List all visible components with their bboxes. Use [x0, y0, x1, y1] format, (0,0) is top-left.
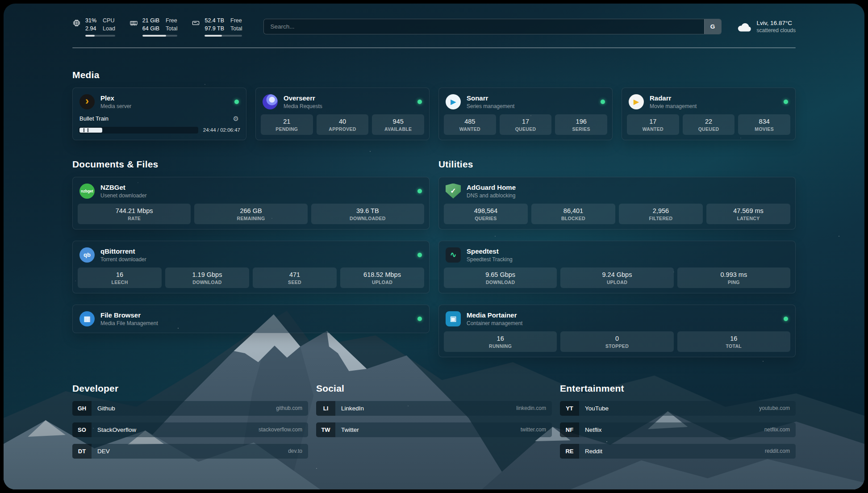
service-card-qbittorrent[interactable]: qb qBittorrent Torrent downloader 16 LEE… — [72, 241, 430, 293]
bookmark-reddit[interactable]: RE Reddit reddit.com — [560, 444, 796, 459]
bookmark-netflix[interactable]: NF Netflix netflix.com — [560, 422, 796, 437]
service-name: Radarr — [650, 94, 697, 102]
stat-value: 471 — [255, 271, 335, 278]
service-name: Speedtest — [467, 247, 513, 255]
gear-icon[interactable]: ⚙ — [233, 115, 239, 123]
disk-progress-bar — [204, 35, 242, 37]
search-bar: G — [263, 19, 721, 34]
service-description: Series management — [467, 103, 514, 109]
service-name: File Browser — [100, 311, 158, 319]
bookmark-name: Netflix — [585, 426, 602, 433]
service-name: Sonarr — [467, 94, 514, 102]
service-card-nzbget[interactable]: nzbget NZBGet Usenet downloader 744.21 M… — [72, 177, 430, 230]
cpu-load-value: 2.94 — [85, 25, 96, 33]
service-stats: 21 PENDING 40 APPROVED 945 AVAILABLE — [261, 114, 424, 135]
service-name: Overseerr — [284, 94, 322, 102]
stat-upload: 9.24 Gbps UPLOAD — [560, 267, 673, 288]
stat-label: RUNNING — [446, 343, 555, 349]
status-dot — [417, 253, 422, 257]
service-card-plex[interactable]: › Plex Media server Bullet Train ⚙ — [72, 88, 246, 140]
memory-total-value: 64 GiB — [142, 25, 159, 33]
bookmark-stackoverflow[interactable]: SO StackOverflow stackoverflow.com — [72, 422, 308, 437]
search-input[interactable] — [264, 19, 704, 34]
service-header: ✓ AdGuard Home DNS and adblocking — [444, 182, 790, 204]
service-name: Plex — [100, 94, 131, 102]
bookmark-name: Reddit — [585, 448, 602, 455]
stat-label: DOWNLOADED — [313, 216, 422, 221]
bookmark-github[interactable]: GH Github github.com — [72, 401, 308, 416]
stat-value: 9.65 Gbps — [446, 271, 555, 278]
service-stats: 498,564 QUERIES 86,401 BLOCKED 2,956 FIL… — [444, 204, 790, 224]
stat-label: LATENCY — [708, 216, 789, 221]
stat-pending: 21 PENDING — [261, 114, 313, 135]
sonarr-icon: ▶ — [446, 94, 461, 109]
memory-free-label: Free — [166, 17, 177, 25]
service-description: Container management — [467, 320, 522, 326]
stat-queries: 498,564 QUERIES — [444, 204, 528, 224]
stat-value: 47.569 ms — [708, 207, 789, 214]
service-card-radarr[interactable]: ▶ Radarr Movie management 17 WANTED — [622, 88, 796, 140]
service-header: ▦ File Browser Media File Management — [78, 310, 424, 328]
service-card-speedtest[interactable]: ∿ Speedtest Speedtest Tracking 9.65 Gbps… — [438, 241, 796, 293]
stat-downloaded: 39.6 TB DOWNLOADED — [311, 204, 424, 224]
bookmark-abbr: LI — [316, 401, 335, 416]
stat-value: 945 — [374, 118, 422, 125]
bookmark-domain: github.com — [276, 405, 302, 411]
service-name: qBittorrent — [100, 247, 146, 255]
bookmark-abbr: NF — [560, 422, 579, 437]
stat-label: SERIES — [557, 126, 605, 132]
disk-total-value: 97.9 TB — [204, 25, 224, 33]
stat-label: QUERIES — [446, 216, 526, 221]
bookmark-domain: stackoverflow.com — [259, 426, 302, 433]
bookmark-youtube[interactable]: YT YouTube youtube.com — [560, 401, 796, 416]
stat-value: 834 — [740, 118, 789, 125]
stat-value: 485 — [446, 118, 494, 125]
search-provider-button[interactable]: G — [704, 19, 721, 34]
stat-value: 21 — [263, 118, 311, 125]
stat-label: BLOCKED — [533, 216, 613, 221]
weather-condition: scattered clouds — [757, 27, 796, 33]
stat-label: UPLOAD — [342, 280, 422, 285]
bookmark-twitter[interactable]: TW Twitter twitter.com — [316, 422, 552, 437]
stat-value: 498,564 — [446, 207, 526, 214]
stat-value: 744.21 Mbps — [79, 207, 189, 214]
stat-available: 945 AVAILABLE — [372, 114, 424, 135]
speedtest-icon: ∿ — [446, 247, 461, 263]
service-card-adguard[interactable]: ✓ AdGuard Home DNS and adblocking 498,56… — [438, 177, 796, 230]
adguard-shield-icon: ✓ — [446, 184, 461, 199]
cpu-icon — [72, 19, 81, 27]
section-title-documents: Documents & Files — [72, 159, 430, 170]
info-bar: 31% 2.94 CPU Load — [72, 17, 796, 37]
middle-columns: Documents & Files nzbget NZBGet Usenet d… — [72, 159, 796, 357]
service-card-sonarr[interactable]: ▶ Sonarr Series management 485 WANTED — [438, 88, 613, 140]
bookmark-dev[interactable]: DT DEV dev.to — [72, 444, 308, 459]
bookmark-linkedin[interactable]: LI LinkedIn linkedin.com — [316, 401, 552, 416]
stat-total: 16 TOTAL — [677, 331, 790, 352]
playback-progress-track[interactable] — [79, 127, 198, 134]
service-header: ▶ Radarr Movie management — [627, 93, 790, 114]
status-dot — [417, 100, 422, 104]
utilities-stack: ✓ AdGuard Home DNS and adblocking 498,56… — [438, 177, 796, 357]
stat-queued: 22 QUEUED — [683, 114, 735, 135]
service-card-filebrowser[interactable]: ▦ File Browser Media File Management — [72, 305, 430, 333]
service-card-overseerr[interactable]: Overseerr Media Requests 21 PENDING 40 A… — [255, 88, 430, 140]
service-description: DNS and adblocking — [467, 192, 516, 199]
resource-widget-cpu: 31% 2.94 CPU Load — [72, 17, 115, 37]
service-header: qb qBittorrent Torrent downloader — [78, 246, 424, 267]
service-name: AdGuard Home — [467, 184, 516, 192]
bookmark-abbr: YT — [560, 401, 579, 416]
stat-rate: 744.21 Mbps RATE — [78, 204, 191, 224]
service-stats: 16 LEECH 1.19 Gbps DOWNLOAD 471 SEED — [78, 267, 424, 288]
stat-seed: 471 SEED — [253, 267, 337, 288]
pause-icon[interactable] — [79, 128, 102, 133]
stat-blocked: 86,401 BLOCKED — [531, 204, 615, 224]
qbittorrent-icon: qb — [79, 247, 95, 263]
memory-total-label: Total — [166, 25, 177, 33]
service-titles: File Browser Media File Management — [100, 311, 158, 326]
section-developer: Developer GH Github github.com SO StackO… — [72, 383, 308, 459]
service-card-portainer[interactable]: ▣ Media Portainer Container management 1… — [438, 305, 796, 357]
service-titles: Media Portainer Container management — [467, 311, 522, 326]
section-title-entertainment: Entertainment — [560, 383, 796, 394]
stat-value: 9.24 Gbps — [562, 271, 672, 278]
stat-leech: 16 LEECH — [78, 267, 162, 288]
